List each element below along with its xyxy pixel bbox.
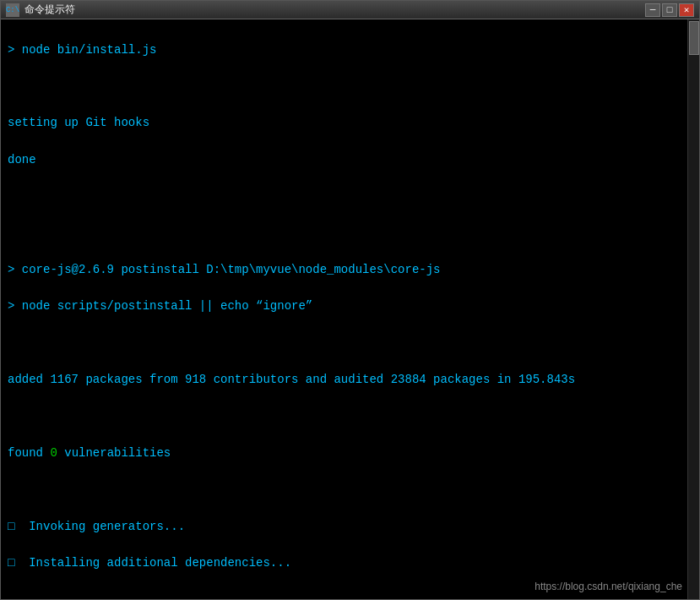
scrollbar[interactable] — [687, 19, 699, 599]
line-2: setting up Git hooks — [8, 114, 692, 133]
titlebar-title: 命令提示符 — [24, 3, 645, 17]
line-blank-3 — [8, 225, 692, 243]
console-output: > node bin/install.js setting up Git hoo… — [8, 23, 692, 599]
line-5: > node scripts/postinstall || echo “igno… — [8, 297, 692, 316]
line-blank-6 — [8, 481, 692, 499]
line-1: > node bin/install.js — [8, 41, 692, 60]
line-blank-4 — [8, 335, 692, 353]
line-blank-1 — [8, 78, 692, 96]
terminal-window: C:\ 命令提示符 ─ □ ✕ > node bin/install.js se… — [0, 0, 700, 600]
line-6: added 1167 packages from 918 contributor… — [8, 371, 692, 390]
minimize-button[interactable]: ─ — [645, 3, 660, 17]
line-blank-2 — [8, 188, 692, 206]
scrollbar-thumb[interactable] — [689, 21, 699, 55]
close-button[interactable]: ✕ — [679, 3, 694, 17]
console-body: > node bin/install.js setting up Git hoo… — [1, 19, 699, 599]
watermark: https://blog.csdn.net/qixiang_che — [534, 581, 682, 592]
titlebar: C:\ 命令提示符 ─ □ ✕ — [1, 1, 699, 19]
line-3: done — [8, 151, 692, 170]
maximize-button[interactable]: □ — [662, 3, 677, 17]
line-found: found 0 vulnerabilities — [8, 445, 692, 463]
line-4: > core-js@2.6.9 postinstall D:\tmp\myvue… — [8, 261, 692, 280]
line-7: □ Invoking generators... — [8, 518, 692, 537]
line-8: □ Installing additional dependencies... — [8, 554, 692, 573]
titlebar-buttons: ─ □ ✕ — [645, 3, 694, 17]
titlebar-icon: C:\ — [6, 3, 19, 17]
line-blank-5 — [8, 407, 692, 426]
